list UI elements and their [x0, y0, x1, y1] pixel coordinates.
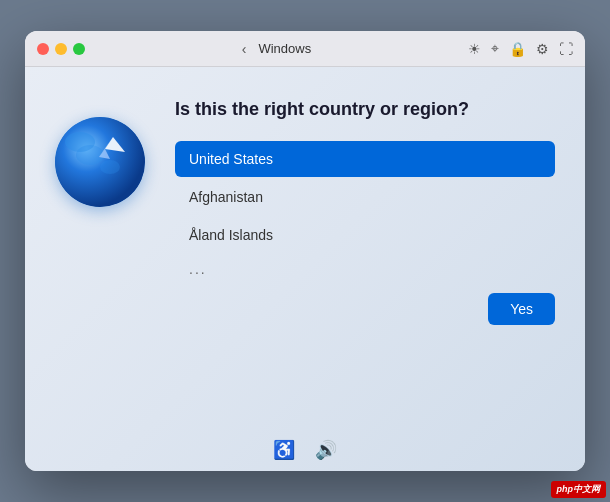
country-item-united-states[interactable]: United States [175, 141, 555, 177]
main-area: Is this the right country or region? Uni… [55, 97, 555, 441]
settings-icon[interactable]: ⚙ [536, 41, 549, 57]
fullscreen-icon[interactable]: ⛶ [559, 41, 573, 57]
country-item-aland-islands[interactable]: Åland Islands [175, 217, 555, 253]
svg-point-0 [55, 117, 145, 207]
volume-icon[interactable]: 🔊 [315, 439, 337, 461]
bottom-bar: Yes [175, 283, 555, 325]
back-icon[interactable]: ‹ [242, 41, 247, 57]
country-item-afghanistan[interactable]: Afghanistan [175, 179, 555, 215]
window-content: Is this the right country or region? Uni… [25, 67, 585, 471]
minimize-button[interactable] [55, 43, 67, 55]
titlebar-controls: ☀ ⌖ 🔒 ⚙ ⛶ [468, 40, 573, 57]
accessibility-icon[interactable]: ♿ [273, 439, 295, 461]
brightness-icon[interactable]: ☀ [468, 41, 481, 57]
titlebar-center: ‹ Windows [85, 41, 468, 57]
right-panel: Is this the right country or region? Uni… [175, 97, 555, 325]
country-list: United States Afghanistan Åland Islands … [175, 141, 555, 283]
titlebar: ‹ Windows ☀ ⌖ 🔒 ⚙ ⛶ [25, 31, 585, 67]
lock-icon[interactable]: 🔒 [509, 41, 526, 57]
country-name-afghanistan: Afghanistan [189, 189, 263, 205]
svg-point-1 [76, 145, 104, 165]
cursor-icon[interactable]: ⌖ [491, 40, 499, 57]
close-button[interactable] [37, 43, 49, 55]
svg-point-2 [100, 160, 120, 174]
ellipsis-more: ... [175, 255, 555, 283]
question-title: Is this the right country or region? [175, 97, 555, 121]
maximize-button[interactable] [73, 43, 85, 55]
country-name-united-states: United States [189, 151, 273, 167]
country-name-aland-islands: Åland Islands [189, 227, 273, 243]
yes-button[interactable]: Yes [488, 293, 555, 325]
app-window: ‹ Windows ☀ ⌖ 🔒 ⚙ ⛶ [25, 31, 585, 471]
globe-icon [55, 117, 145, 207]
globe-area [55, 97, 145, 207]
php-badge: php中文网 [551, 481, 607, 498]
window-title: Windows [258, 41, 311, 56]
traffic-lights [37, 43, 85, 55]
